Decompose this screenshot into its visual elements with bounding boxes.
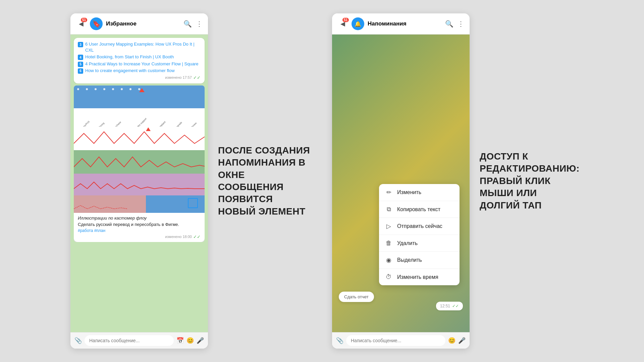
message-meta-1: изменено 17:57 ✓✓ — [78, 75, 201, 80]
link-text[interactable]: 6 User Journey Mapping Examples: How UX … — [85, 41, 201, 53]
time-1: изменено 17:57 — [165, 75, 192, 79]
link-item: 5 4 Practical Ways to Increase Your Cust… — [78, 61, 201, 67]
link-num: 5 — [78, 62, 83, 67]
avatar: 🔖 — [90, 17, 103, 30]
context-menu: ✏ Изменить ⧉ Копировать текст ▷ Отправит… — [379, 184, 460, 285]
emoji-icon[interactable]: 😊 — [186, 337, 194, 344]
right-back-button[interactable]: ◀ 51 — [337, 18, 348, 29]
search-icon[interactable]: 🔍 — [183, 20, 192, 28]
note-text: Сделать русский перевод и пересобрать в … — [78, 222, 201, 227]
chat-area: 3 6 User Journey Mapping Examples: How U… — [70, 35, 208, 332]
menu-item-label: Удалить — [397, 240, 418, 246]
link-item: 3 6 User Journey Mapping Examples: How U… — [78, 41, 201, 53]
links-list: 3 6 User Journey Mapping Examples: How U… — [78, 41, 201, 74]
flow-diagram: Query/PoS Pricing Purchase Post Sales su… — [74, 85, 205, 213]
context-menu-item[interactable]: ⧉ Копировать текст — [379, 201, 460, 218]
tags: #работа #план — [78, 228, 201, 233]
gradient-background: ✏ Изменить ⧉ Копировать текст ▷ Отправит… — [332, 35, 470, 332]
link-text[interactable]: Hotel Booking, from Start to Finish | UX… — [85, 54, 174, 60]
image-message[interactable]: Query/PoS Pricing Purchase Post Sales su… — [74, 85, 205, 242]
time-2: изменено 18:00 — [165, 235, 192, 239]
right-annotation: ДОСТУП К РЕДАКТИРОВАНИЮ: ПРАВЫЙ КЛИК МЫШ… — [480, 150, 574, 212]
link-num: 3 — [78, 42, 83, 47]
right-attach-icon[interactable]: 📎 — [336, 337, 343, 344]
more-icon[interactable]: ⋮ — [196, 20, 203, 28]
menu-item-icon: ⧉ — [385, 206, 392, 213]
menu-item-icon: ◉ — [385, 256, 392, 264]
left-message-input[interactable] — [85, 335, 174, 346]
status-check: ✓✓ — [452, 304, 459, 308]
menu-item-label: Изменить время — [397, 274, 438, 280]
section-white — [74, 127, 205, 150]
right-more-icon[interactable]: ⋮ — [458, 20, 464, 28]
status-time: 12:51 — [440, 304, 450, 308]
caption-area: Иллюстрации по кастомер флоу Сделать рус… — [74, 213, 205, 242]
right-header-actions: 🔍 ⋮ — [445, 20, 464, 28]
section-purple — [74, 174, 205, 195]
menu-item-icon: ▷ — [385, 223, 392, 230]
wave-svg-1 — [74, 127, 205, 150]
header-actions: 🔍 ⋮ — [183, 20, 203, 28]
context-menu-item[interactable]: ⏱ Изменить время — [379, 269, 460, 285]
context-menu-item[interactable]: ◉ Выделить — [379, 252, 460, 269]
menu-item-icon: ⏱ — [385, 274, 392, 281]
context-menu-item[interactable]: 🗑 Удалить — [379, 235, 460, 252]
message-meta-2: изменено 18:00 ✓✓ — [78, 234, 201, 239]
right-badge: 51 — [342, 18, 349, 22]
link-item: 4 Hotel Booking, from Start to Finish | … — [78, 54, 201, 60]
section-green — [74, 150, 205, 174]
menu-item-label: Отправить сейчас — [397, 223, 442, 229]
back-button[interactable]: ◀ 51 — [76, 18, 87, 29]
right-section: ◀ 51 🔔 Напоминания 🔍 ⋮ ✏ Изменить — [332, 13, 574, 349]
links-message: 3 6 User Journey Mapping Examples: How U… — [74, 38, 205, 83]
left-annotation: ПОСЛЕ СОЗДАНИЯ НАПОМИНАНИЯ В ОКНЕ СООБЩЕ… — [218, 144, 312, 218]
menu-item-label: Изменить — [397, 189, 421, 195]
context-menu-item[interactable]: ✏ Изменить — [379, 184, 460, 201]
right-phone: ◀ 51 🔔 Напоминания 🔍 ⋮ ✏ Изменить — [332, 13, 470, 349]
wave-svg-2 — [74, 150, 205, 174]
mic-icon[interactable]: 🎤 — [197, 337, 204, 344]
right-search-icon[interactable]: 🔍 — [445, 20, 453, 28]
wave-svg-3 — [74, 174, 205, 195]
right-emoji-icon[interactable]: 😊 — [448, 337, 455, 344]
message-status: 12:51 ✓✓ — [436, 302, 463, 310]
right-message-input[interactable] — [346, 335, 445, 346]
context-menu-item[interactable]: ▷ Отправить сейчас — [379, 218, 460, 235]
right-phone-header: ◀ 51 🔔 Напоминания 🔍 ⋮ — [332, 13, 470, 35]
left-phone: ◀ 51 🔖 Избранное 🔍 ⋮ 3 6 User Journey Ma… — [70, 13, 208, 349]
right-chat-title: Напоминания — [368, 20, 442, 27]
left-phone-header: ◀ 51 🔖 Избранное 🔍 ⋮ — [70, 13, 208, 35]
caption-text: Иллюстрации по кастомер флоу — [78, 216, 201, 221]
menu-item-icon: ✏ — [385, 189, 392, 196]
right-annotation-text: ДОСТУП К РЕДАКТИРОВАНИЮ: ПРАВЫЙ КЛИК МЫШ… — [480, 150, 574, 212]
menu-item-icon: 🗑 — [385, 240, 392, 247]
link-num: 6 — [78, 68, 83, 74]
left-input-area: 📎 📅 😊 🎤 — [70, 332, 208, 349]
link-text[interactable]: How to create engagement with customer f… — [85, 68, 175, 74]
chat-title: Избранное — [106, 20, 180, 27]
link-num: 4 — [78, 55, 83, 60]
link-text[interactable]: 4 Practical Ways to Increase Your Custom… — [85, 61, 198, 67]
right-mic-icon[interactable]: 🎤 — [458, 337, 466, 344]
left-annotation-text: ПОСЛЕ СОЗДАНИЯ НАПОМИНАНИЯ В ОКНЕ СООБЩЕ… — [218, 144, 312, 218]
left-section: ◀ 51 🔖 Избранное 🔍 ⋮ 3 6 User Journey Ma… — [70, 13, 312, 349]
menu-item-label: Копировать текст — [397, 206, 440, 213]
menu-item-label: Выделить — [397, 257, 422, 263]
report-button[interactable]: Сдать отчет — [339, 292, 374, 302]
right-avatar: 🔔 — [352, 17, 364, 30]
attach-icon[interactable]: 📎 — [74, 337, 82, 344]
calendar-icon[interactable]: 📅 — [176, 337, 184, 344]
right-input-area: 📎 😊 🎤 — [332, 332, 470, 349]
link-item: 6 How to create engagement with customer… — [78, 68, 201, 74]
section-blue — [74, 85, 205, 108]
section-mixed — [74, 195, 205, 213]
badge: 51 — [81, 18, 87, 22]
check-icon-2: ✓✓ — [193, 234, 201, 239]
flow-labels-row: Query/PoS Pricing Purchase Post Sales su… — [74, 108, 205, 127]
check-icon-1: ✓✓ — [193, 75, 201, 80]
page-wrapper: ◀ 51 🔖 Избранное 🔍 ⋮ 3 6 User Journey Ma… — [0, 0, 644, 362]
